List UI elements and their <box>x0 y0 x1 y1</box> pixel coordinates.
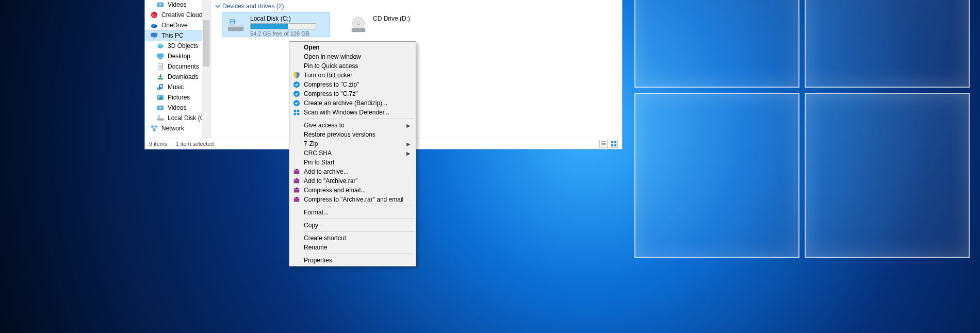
svg-rect-37 <box>231 22 232 24</box>
ctx-item-label: Rename <box>304 244 327 251</box>
group-header-devices[interactable]: Devices and drives (2) <box>213 0 622 12</box>
nav-item-downloads[interactable]: Downloads <box>145 72 210 82</box>
ctx-give-access-to[interactable]: Give access to▶ <box>290 121 415 130</box>
ctx-open[interactable]: Open <box>290 43 415 52</box>
pc-icon <box>150 31 158 40</box>
svg-rect-25 <box>158 116 159 116</box>
onedrive-icon <box>150 21 158 29</box>
view-large-icons-icon[interactable] <box>610 140 618 148</box>
winrar-icon <box>292 186 301 194</box>
nav-item-this-pc[interactable]: This PC <box>145 30 210 41</box>
svg-rect-11 <box>159 58 162 59</box>
bandizip-icon <box>292 80 301 89</box>
svg-rect-61 <box>296 188 298 189</box>
nav-scrollbar[interactable] <box>202 0 210 138</box>
ctx-open-in-new-window[interactable]: Open in new window <box>290 52 415 61</box>
svg-rect-64 <box>296 197 298 198</box>
network-icon <box>150 124 158 132</box>
nav-scrollbar-thumb[interactable] <box>203 20 209 66</box>
view-details-icon[interactable] <box>599 140 608 148</box>
ctx-compress-to-archive-rar-and-email[interactable]: Compress to "Archive.rar" and email <box>290 195 415 204</box>
ctx-separator <box>304 231 414 232</box>
ctx-item-label: Add to "Archive.rar" <box>304 177 358 185</box>
ctx-compress-to-c-7z[interactable]: Compress to "C.7z" <box>290 89 415 98</box>
navigation-pane[interactable]: VideosCcCreative Cloud FilOneDriveThis P… <box>145 0 211 138</box>
svg-rect-29 <box>151 126 154 128</box>
ctx-item-label: Open <box>304 44 320 51</box>
ctx-turn-on-bitlocker[interactable]: Turn on BitLocker <box>290 71 415 80</box>
drive-local-disk-c-[interactable]: Local Disk (C:)54.2 GB free of 126 GB <box>222 13 330 37</box>
svg-rect-30 <box>155 126 157 128</box>
nav-item-label: OneDrive <box>161 22 188 29</box>
svg-rect-33 <box>228 25 243 27</box>
ctx-add-to-archive-rar[interactable]: Add to "Archive.rar" <box>290 176 415 186</box>
ctx-item-label: Compress and email... <box>304 187 366 194</box>
nav-item-label: Pictures <box>168 94 190 101</box>
svg-rect-27 <box>158 116 159 118</box>
svg-point-18 <box>158 96 160 98</box>
winrar-icon <box>292 177 301 185</box>
ctx-create-shortcut[interactable]: Create shortcut <box>290 234 415 243</box>
ctx-rename[interactable]: Rename <box>290 243 415 252</box>
cc-icon: Cc <box>150 11 158 19</box>
ctx-7-zip[interactable]: 7-Zip▶ <box>290 139 415 148</box>
submenu-arrow-icon: ▶ <box>406 141 411 147</box>
drive-cd-drive-d-[interactable]: CD Drive (D:) <box>345 13 452 37</box>
svg-rect-45 <box>614 144 616 146</box>
hdd-icon <box>225 15 246 36</box>
shield-icon <box>292 71 301 79</box>
drive-name: Local Disk (C:) <box>250 15 316 22</box>
svg-rect-36 <box>232 20 234 22</box>
ctx-create-an-archive-bandizip[interactable]: Create an archive (Bandizip)... <box>290 98 415 108</box>
ctx-separator <box>304 119 414 119</box>
ctx-item-label: Copy <box>304 222 318 229</box>
nav-item-label: 3D Objects <box>168 42 198 49</box>
nav-item-3d-objects[interactable]: 3D Objects <box>145 41 210 51</box>
nav-item-network[interactable]: Network <box>145 123 210 134</box>
nav-item-desktop[interactable]: Desktop <box>145 51 210 61</box>
ctx-crc-sha[interactable]: CRC SHA▶ <box>290 148 415 158</box>
svg-point-5 <box>152 24 155 26</box>
svg-rect-31 <box>153 129 155 131</box>
svg-rect-52 <box>297 113 299 115</box>
nav-item-creative-cloud-fil[interactable]: CcCreative Cloud Fil <box>145 10 210 20</box>
ctx-separator <box>304 206 414 206</box>
nav-item-music[interactable]: Music <box>145 82 210 92</box>
ctx-add-to-archive[interactable]: Add to archive... <box>290 167 415 176</box>
svg-text:Cc: Cc <box>152 13 156 17</box>
ctx-format[interactable]: Format... <box>290 208 415 217</box>
nav-item-local-disk-c-[interactable]: Local Disk (C:) <box>145 113 210 123</box>
svg-rect-10 <box>157 54 164 58</box>
nav-item-pictures[interactable]: Pictures <box>145 92 210 103</box>
nav-item-onedrive[interactable]: OneDrive <box>145 20 210 30</box>
svg-rect-7 <box>153 38 155 39</box>
winrar-icon <box>292 168 301 176</box>
ctx-pin-to-quick-access[interactable]: Pin to Quick access <box>290 61 415 71</box>
ctx-item-label: Properties <box>304 257 332 264</box>
drives-container: Local Disk (C:)54.2 GB free of 126 GBCD … <box>213 12 622 37</box>
nav-item-label: Network <box>161 125 184 132</box>
ctx-copy[interactable]: Copy <box>290 221 415 230</box>
ctx-compress-and-email[interactable]: Compress and email... <box>290 186 415 195</box>
ctx-item-label: Compress to "Archive.rar" and email <box>304 196 403 203</box>
ctx-restore-previous-versions[interactable]: Restore previous versions <box>290 130 415 139</box>
music-icon <box>156 83 165 91</box>
cd-icon <box>348 15 369 36</box>
chevron-down-icon <box>215 4 220 9</box>
svg-rect-23 <box>157 118 164 119</box>
svg-rect-42 <box>611 141 613 143</box>
drive-capacity-bar <box>250 23 316 29</box>
nav-item-videos[interactable]: Videos <box>145 0 210 10</box>
nav-item-documents[interactable]: Documents <box>145 61 210 72</box>
nav-item-videos[interactable]: Videos <box>145 103 210 113</box>
status-selection-count: 1 item selected <box>175 141 214 147</box>
ctx-pin-to-start[interactable]: Pin to Start <box>290 158 415 167</box>
ctx-item-label: Create an archive (Bandizip)... <box>304 99 387 107</box>
desktop-icon <box>156 52 165 60</box>
content-pane: Devices and drives (2) Local Disk (C:)54… <box>211 0 622 138</box>
ctx-scan-with-windows-defender[interactable]: Scan with Windows Defender... <box>290 108 415 117</box>
svg-rect-35 <box>231 20 232 22</box>
ctx-item-label: CRC SHA <box>304 149 332 157</box>
ctx-compress-to-c-zip[interactable]: Compress to "C.zip" <box>290 80 415 89</box>
ctx-properties[interactable]: Properties <box>290 256 415 265</box>
